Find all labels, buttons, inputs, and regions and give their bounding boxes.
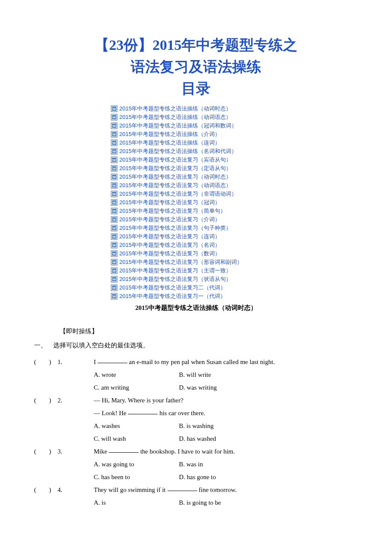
toc-item-label: 2015年中考题型专练之语法复习（动词语态） xyxy=(119,182,231,189)
word-doc-icon: W xyxy=(111,293,118,300)
svg-text:W: W xyxy=(112,175,116,179)
toc-item: W2015年中考题型专练之语法复习（定语从句） xyxy=(111,164,281,173)
svg-text:W: W xyxy=(112,243,116,247)
question: ( ) 4. They will go swimming if it fine … xyxy=(34,483,358,509)
blank xyxy=(109,446,138,453)
option-row: C. am writingD. was writing xyxy=(94,381,358,394)
word-doc-icon: W xyxy=(111,148,118,155)
practice-heading: 【即时操练】 xyxy=(60,327,358,335)
question-number: ( ) 3. xyxy=(34,445,94,458)
svg-text:W: W xyxy=(112,278,116,281)
option-b: D. has gone to xyxy=(179,471,358,483)
toc-item-label: 2015年中考题型专练之语法操练（名词和代词） xyxy=(119,147,237,155)
section-title: 2015中考题型专练之语法操练（动词时态） xyxy=(34,304,358,312)
word-doc-icon: W xyxy=(111,199,118,206)
word-doc-icon: W xyxy=(111,122,118,129)
svg-text:W: W xyxy=(112,235,116,239)
toc-item: W2015年中考题型专练之语法复习（形容词和副词） xyxy=(111,258,281,266)
word-doc-icon: W xyxy=(111,139,118,146)
question-number: ( ) 4. xyxy=(34,483,94,496)
toc-item: W2015年中考题型专练之语法复习（动词时态） xyxy=(111,173,281,181)
toc-item: W2015年中考题型专练之语法操练（介词） xyxy=(111,130,281,139)
toc-item-label: 2015年中考题型专练之语法复习（形容词和副词） xyxy=(119,258,242,266)
option-a: A. was going to xyxy=(94,458,179,471)
toc-item-label: 2015年中考题型专练之语法复习（简单句） xyxy=(119,207,226,215)
blank xyxy=(167,485,197,491)
svg-text:W: W xyxy=(112,269,116,273)
instruction: 一、 选择可以填入空白处的最佳选项。 xyxy=(34,341,358,350)
word-doc-icon: W xyxy=(111,156,118,163)
svg-text:W: W xyxy=(112,141,116,145)
svg-text:W: W xyxy=(112,167,116,171)
toc-item-label: 2015年中考题型专练之语法复习（冠词） xyxy=(119,199,220,206)
question-stem: Mike the bookshop. I have to wait for hi… xyxy=(94,445,358,458)
toc-item-label: 2015年中考题型专练之语法复习二（代词） xyxy=(119,284,226,292)
svg-text:W: W xyxy=(112,218,116,222)
toc-item: W2015年中考题型专练之语法复习（主谓一致） xyxy=(111,266,281,275)
svg-text:W: W xyxy=(112,252,116,256)
toc-item-label: 2015年中考题型专练之语法复习（数词） xyxy=(119,250,220,257)
option-row: C. will washD. has washed xyxy=(94,432,358,445)
toc-item: W2015年中考题型专练之语法复习（数词） xyxy=(111,249,281,258)
option-b: B. is washing xyxy=(179,419,358,432)
word-doc-icon: W xyxy=(111,165,118,172)
title-line-2: 语法复习及语法操练 xyxy=(34,56,358,78)
toc-item: W2015年中考题型专练之语法操练（动词语态） xyxy=(111,113,281,121)
svg-text:W: W xyxy=(112,209,116,213)
toc-item: W2015年中考题型专练之语法复习（动词语态） xyxy=(111,181,281,190)
toc-item: W2015年中考题型专练之语法操练（名词和代词） xyxy=(111,147,281,156)
option-a: C. will wash xyxy=(94,432,179,445)
document-title: 【23份】2015年中考题型专练之 语法复习及语法操练 目录 xyxy=(34,34,358,99)
svg-text:W: W xyxy=(112,107,116,111)
question-stem: I an e-mail to my pen pal when Susan cal… xyxy=(94,356,358,368)
svg-text:W: W xyxy=(112,192,116,196)
word-doc-icon: W xyxy=(111,276,118,283)
blank xyxy=(128,408,158,414)
svg-text:W: W xyxy=(112,184,116,188)
toc-item-label: 2015年中考题型专练之语法复习（句子种类） xyxy=(119,224,231,232)
title-line-3: 目录 xyxy=(34,78,358,99)
option-row: C. has been toD. has gone to xyxy=(94,471,358,483)
svg-text:W: W xyxy=(112,295,116,298)
toc-item: W2015年中考题型专练之语法操练（冠词和数词） xyxy=(111,121,281,130)
option-row: A. was going toB. was in xyxy=(94,458,358,471)
word-doc-icon: W xyxy=(111,182,118,189)
blank xyxy=(98,357,127,363)
toc-item-label: 2015年中考题型专练之语法复习（状语从句） xyxy=(119,275,231,283)
toc-item-label: 2015年中考题型专练之语法操练（动词时态） xyxy=(119,105,231,113)
toc-item: W2015年中考题型专练之语法复习二（代词） xyxy=(111,283,281,292)
toc-item: W2015年中考题型专练之语法复习（冠词） xyxy=(111,198,281,207)
toc-item: W2015年中考题型专练之语法复习（介词） xyxy=(111,215,281,224)
option-row: A. isB. is going to be xyxy=(94,496,358,509)
word-doc-icon: W xyxy=(111,267,118,274)
option-row: A. washesB. is washing xyxy=(94,419,358,432)
svg-text:W: W xyxy=(112,226,116,230)
toc-item-label: 2015年中考题型专练之语法复习（定语从句） xyxy=(119,165,231,172)
svg-text:W: W xyxy=(112,133,116,136)
toc-item-label: 2015年中考题型专练之语法复习一（代词） xyxy=(119,292,226,300)
toc-item-label: 2015年中考题型专练之语法复习（主谓一致） xyxy=(119,267,231,275)
option-b: B. is going to be xyxy=(179,496,358,509)
toc-item-label: 2015年中考题型专练之语法复习（非谓语动词） xyxy=(119,190,237,198)
toc-item-label: 2015年中考题型专练之语法操练（冠词和数词） xyxy=(119,122,237,130)
question-number: ( ) 1. xyxy=(34,356,94,368)
question: ( ) 3. Mike the bookshop. I have to wait… xyxy=(34,445,358,483)
toc-item: W2015年中考题型专练之语法复习（名词） xyxy=(111,241,281,249)
option-a: A. is xyxy=(94,496,179,509)
svg-text:W: W xyxy=(112,116,116,119)
word-doc-icon: W xyxy=(111,284,118,291)
svg-text:W: W xyxy=(112,158,116,162)
toc-item-label: 2015年中考题型专练之语法复习（介词） xyxy=(119,216,220,223)
svg-text:W: W xyxy=(112,201,116,205)
option-a: A. washes xyxy=(94,419,179,432)
toc-item-label: 2015年中考题型专练之语法操练（连词） xyxy=(119,139,220,147)
toc-item: W2015年中考题型专练之语法操练（动词时态） xyxy=(111,104,281,113)
toc-item-label: 2015年中考题型专练之语法复习（名词） xyxy=(119,241,220,249)
word-doc-icon: W xyxy=(111,173,118,180)
option-b: D. was writing xyxy=(179,381,358,394)
toc-item: W2015年中考题型专练之语法复习（非谓语动词） xyxy=(111,190,281,198)
toc-item-label: 2015年中考题型专练之语法操练（介词） xyxy=(119,130,220,138)
word-doc-icon: W xyxy=(111,208,118,214)
toc-item: W2015年中考题型专练之语法复习（宾语从句） xyxy=(111,156,281,164)
toc-item: W2015年中考题型专练之语法复习（句子种类） xyxy=(111,224,281,232)
